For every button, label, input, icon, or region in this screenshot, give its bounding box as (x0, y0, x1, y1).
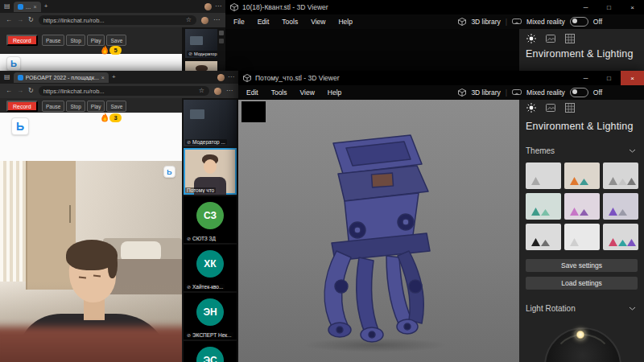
pause-button[interactable]: Pause (42, 101, 64, 112)
title-bar[interactable]: Потому_что.stl - 3D Viewer ─ □ × (238, 71, 644, 85)
address-bar[interactable]: https://linkchat.ru/rob... ☆ (39, 15, 196, 25)
theme-thumbnail-desert-cone[interactable] (564, 162, 600, 189)
menu-edit[interactable]: Edit (258, 18, 270, 26)
pause-button[interactable]: Pause (42, 35, 64, 46)
3d-canvas[interactable] (238, 100, 519, 362)
theme-thumbnail-storm[interactable] (603, 193, 638, 220)
play-button[interactable]: Play (87, 35, 105, 46)
sun-icon[interactable] (526, 34, 536, 43)
tab-close-icon[interactable]: × (34, 4, 37, 10)
chat-page: Record Pause Stop Play Save 3 Ь (0, 98, 238, 362)
title-bar[interactable]: 10(18)-Квант.stl - 3D Viewer ─ □ × (225, 0, 644, 14)
sidebar-tool-icon[interactable] (219, 31, 224, 35)
3d-library-button[interactable]: 3D library (471, 18, 500, 26)
webcam-video[interactable]: Ь (0, 161, 182, 362)
browser-menu-icon[interactable]: ⋯ (215, 3, 221, 10)
sidebar-tool-icon[interactable] (219, 39, 224, 43)
new-tab-button[interactable]: + (44, 3, 48, 10)
theme-thumbnail-spheres[interactable] (603, 162, 638, 189)
grid-icon[interactable] (565, 103, 575, 113)
stop-button[interactable]: Stop (66, 35, 85, 46)
browser-menu-icon[interactable]: ⋯ (226, 88, 233, 94)
fire-reaction-badge[interactable]: 5 (101, 45, 122, 55)
save-button[interactable]: Save (106, 35, 126, 46)
close-button[interactable]: × (621, 71, 644, 85)
grid-icon[interactable] (565, 34, 575, 43)
forward-icon[interactable]: → (17, 88, 23, 94)
menu-bar: File Edit Tools View Help 3D library | M… (225, 14, 644, 29)
menu-tools[interactable]: Tools (271, 88, 287, 97)
profile-avatar[interactable] (204, 3, 212, 10)
load-settings-button[interactable]: Load settings (526, 277, 638, 290)
refresh-icon[interactable]: ↻ (28, 17, 34, 23)
menu-tools[interactable]: Tools (282, 18, 298, 26)
participant-tile-moderator[interactable]: ⊘ Модератор ... (184, 100, 237, 146)
participant-tile[interactable]: ЭС (184, 341, 237, 362)
3d-library-button[interactable]: 3D library (471, 88, 500, 97)
theme-thumbnail-teal-hills[interactable] (526, 193, 561, 220)
theme-thumbnail-mono-shapes[interactable] (526, 224, 561, 250)
close-button[interactable]: × (621, 0, 644, 14)
profile-avatar[interactable] (201, 17, 208, 24)
participant-tile[interactable]: ЭН ⊘ ЭКСПЕРТ Нек... (184, 293, 237, 339)
browser-menu-icon[interactable]: ⋯ (213, 17, 220, 23)
menu-file[interactable]: File (233, 18, 245, 26)
play-button[interactable]: Play (87, 101, 105, 112)
thumb-face (204, 159, 217, 174)
favorite-star-icon[interactable]: ☆ (186, 17, 192, 23)
menu-help[interactable]: Help (338, 18, 352, 26)
image-icon[interactable] (546, 103, 555, 113)
light-rotation-section-header[interactable]: Light Rotation (526, 304, 576, 313)
minimize-button[interactable]: ─ (574, 71, 597, 85)
menu-edit[interactable]: Edit (246, 88, 258, 97)
participant-tile[interactable]: ХК ⊘ Хайтек-кво... (184, 245, 237, 291)
record-button[interactable]: Record (6, 101, 38, 112)
fire-reaction-badge[interactable]: 3 (101, 113, 122, 122)
back-icon[interactable]: ← (6, 88, 12, 94)
stop-button[interactable]: Stop (66, 101, 85, 112)
maximize-button[interactable]: □ (597, 71, 621, 85)
browser-tab[interactable]: РОБОАРТ 2022 - площадк... × (14, 72, 109, 83)
save-settings-button[interactable]: Save settings (526, 259, 638, 272)
menu-view[interactable]: View (300, 88, 315, 97)
theme-thumbnail-rainbow[interactable] (603, 224, 638, 250)
profile-avatar[interactable] (214, 88, 221, 95)
minimize-button[interactable]: ─ (574, 0, 597, 14)
participants-sidebar: ⊘ Модератор ... Потому что СЗ (182, 98, 238, 362)
sun-icon[interactable] (526, 103, 536, 113)
chevron-down-icon[interactable] (629, 306, 636, 311)
back-icon[interactable]: ← (6, 17, 12, 23)
save-button[interactable]: Save (106, 101, 126, 112)
tab-close-icon[interactable]: × (101, 75, 105, 80)
favorite-star-icon[interactable]: ☆ (199, 88, 204, 94)
participant-initials-avatar: СЗ (196, 202, 224, 229)
mixed-reality-toggle[interactable] (570, 88, 588, 97)
dial-sun-marker[interactable] (576, 330, 585, 339)
participant-tile-active-speaker[interactable]: Потому что (184, 148, 237, 195)
participant-tile[interactable]: СЗ ⊘ СЮТЗ ЗД (184, 196, 237, 243)
theme-thumbnail-default-gray[interactable] (526, 162, 561, 189)
maximize-button[interactable]: □ (597, 0, 621, 14)
image-icon[interactable] (546, 34, 555, 43)
new-tab-button[interactable]: + (112, 74, 116, 80)
chevron-down-icon[interactable] (629, 149, 636, 153)
menu-help[interactable]: Help (328, 88, 341, 97)
mixed-reality-toggle[interactable] (570, 17, 588, 27)
refresh-icon[interactable]: ↻ (28, 88, 34, 94)
tab-list-icon[interactable]: ▤ (4, 74, 10, 80)
address-bar[interactable]: https://linkchat.ru/rob... ☆ (39, 86, 209, 96)
tab-list-icon[interactable]: ▤ (4, 3, 10, 10)
profile-avatar[interactable] (217, 74, 225, 81)
themes-section-header[interactable]: Themes (526, 146, 555, 155)
browser-tab[interactable]: … × (14, 2, 41, 12)
participant-tile[interactable]: ⊘ Модератор ... (185, 29, 217, 58)
theme-thumbnail-pink-forest[interactable] (564, 193, 600, 220)
menu-view[interactable]: View (311, 18, 325, 26)
browser-menu-icon[interactable]: ⋯ (228, 74, 234, 80)
theme-grid (526, 162, 640, 250)
3d-canvas[interactable] (225, 29, 519, 71)
record-button[interactable]: Record (6, 35, 38, 46)
participant-tile[interactable] (185, 61, 217, 71)
forward-icon[interactable]: → (17, 17, 23, 23)
theme-thumbnail-paper-white[interactable] (564, 224, 600, 250)
